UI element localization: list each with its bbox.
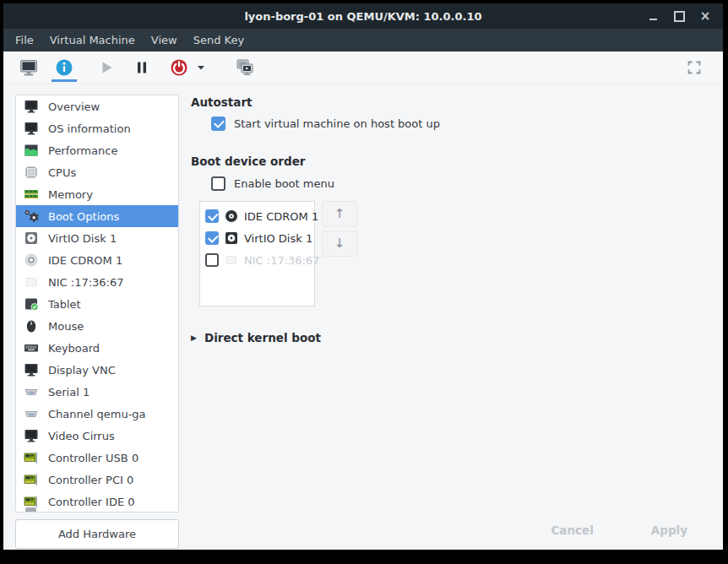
enable-boot-menu-row: Enable boot menu (211, 176, 723, 191)
minimize-icon[interactable] (647, 10, 659, 22)
disk-icon (23, 230, 40, 247)
menu-file[interactable]: File (15, 34, 34, 46)
hardware-device-list: OverviewOS informationPerformanceCPUsMem… (15, 95, 179, 512)
sidebar-item-label: Overview (48, 100, 100, 113)
nic-icon (23, 274, 40, 290)
sidebar-item-controller-pci-0[interactable]: Controller PCI 0 (16, 469, 178, 491)
sidebar-item-label: Controller PCI 0 (48, 474, 133, 486)
gear-icon (23, 208, 40, 225)
pcicard-icon (23, 449, 40, 466)
expander-arrow-icon: ▶ (191, 334, 197, 342)
sidebar-item-label: Controller USB 0 (48, 452, 139, 464)
sidebar-item-label: Video Cirrus (48, 430, 115, 442)
console-switch-button[interactable] (231, 54, 258, 81)
cancel-button[interactable]: Cancel (546, 523, 598, 538)
window-title: lyon-borg-01 on QEMU/KVM: 10.0.0.10 (244, 10, 481, 23)
sidebar-item-label: VirtIO Disk 1 (48, 232, 117, 245)
cdrom-icon (23, 252, 40, 268)
sidebar-item-cpus[interactable]: CPUs (16, 161, 178, 183)
sidebar-item-controller-ide-0[interactable]: Controller IDE 0 (16, 491, 178, 512)
sidebar-item-label: Memory (48, 188, 93, 201)
fullscreen-icon (686, 59, 703, 76)
pause-icon (132, 57, 152, 78)
hardware-sidebar: OverviewOS informationPerformanceCPUsMem… (3, 84, 179, 550)
virt-manager-window: lyon-borg-01 on QEMU/KVM: 10.0.0.10 File… (3, 3, 723, 550)
move-up-button[interactable]: ↑ (322, 201, 357, 227)
sidebar-item-channel-qemu-ga[interactable]: Channel qemu-ga (16, 403, 178, 425)
autostart-row: Start virtual machine on host boot up (211, 117, 723, 131)
monitor-toolbar-icon (19, 57, 39, 78)
sidebar-item-label: CPUs (48, 166, 76, 179)
autostart-label: Start virtual machine on host boot up (234, 117, 440, 130)
sidebar-item-label: Display VNC (48, 364, 116, 377)
direct-kernel-boot-title: Direct kernel boot (204, 331, 321, 344)
sidebar-item-nic-17-36-67[interactable]: NIC :17:36:67 (16, 271, 178, 293)
sidebar-item-label: Performance (48, 144, 117, 157)
sidebar-item-virtio-disk-1[interactable]: VirtIO Disk 1 (16, 227, 178, 249)
direct-kernel-boot-expander[interactable]: ▶ Direct kernel boot (191, 331, 723, 344)
boot-device-label: NIC :17:36:67 (244, 254, 320, 267)
serial-icon (23, 383, 40, 400)
pcicard-icon (23, 471, 40, 488)
sidebar-item-video-cirrus[interactable]: Video Cirrus (16, 425, 178, 447)
enable-boot-menu-checkbox[interactable] (211, 176, 225, 191)
window-controls (647, 3, 711, 29)
sidebar-item-ide-cdrom-1[interactable]: IDE CDROM 1 (16, 249, 178, 271)
boot-device-label: VirtIO Disk 1 (244, 232, 312, 245)
shutdown-menu-button[interactable] (193, 54, 209, 81)
nic-pale-icon (224, 252, 239, 268)
monitor-icon (23, 361, 40, 378)
close-icon[interactable] (699, 10, 711, 22)
console-button[interactable] (15, 54, 42, 81)
clipped-item-icon (25, 507, 36, 512)
monitor-icon (23, 120, 40, 137)
boot-device-row[interactable]: VirtIO Disk 1 (200, 227, 314, 249)
sidebar-item-label: Serial 1 (48, 386, 90, 399)
performance-icon (23, 142, 40, 159)
menu-view[interactable]: View (151, 34, 177, 46)
sidebar-item-mouse[interactable]: Mouse (16, 315, 178, 337)
monitor-icon (23, 98, 40, 115)
run-button[interactable] (93, 54, 120, 81)
disk-dark-icon (224, 230, 239, 246)
boot-options-panel: Autostart Start virtual machine on host … (179, 84, 723, 550)
info-icon (54, 57, 74, 78)
menu-send-key[interactable]: Send Key (193, 34, 244, 46)
autostart-title: Autostart (191, 95, 723, 109)
tablet-icon (23, 296, 40, 312)
sidebar-item-label: OS information (48, 122, 131, 135)
apply-button[interactable]: Apply (646, 523, 693, 538)
sidebar-item-boot-options[interactable]: Boot Options (16, 205, 178, 227)
boot-device-checkbox[interactable] (205, 253, 219, 267)
add-hardware-button[interactable]: Add Hardware (15, 519, 179, 549)
sidebar-item-overview[interactable]: Overview (16, 95, 178, 117)
sidebar-item-memory[interactable]: Memory (16, 183, 178, 205)
sidebar-item-tablet[interactable]: Tablet (16, 293, 178, 315)
boot-device-row[interactable]: IDE CDROM 1 (200, 205, 314, 227)
memory-icon (23, 186, 40, 203)
pause-button[interactable] (128, 54, 155, 81)
fullscreen-button[interactable] (681, 54, 708, 81)
boot-device-checkbox[interactable] (205, 231, 219, 245)
menu-virtual-machine[interactable]: Virtual Machine (50, 34, 135, 46)
boot-device-checkbox[interactable] (205, 209, 219, 223)
sidebar-item-display-vnc[interactable]: Display VNC (16, 359, 178, 381)
sidebar-item-controller-usb-0[interactable]: Controller USB 0 (16, 447, 178, 469)
sidebar-item-os-information[interactable]: OS information (16, 117, 178, 139)
move-down-button[interactable]: ↓ (322, 230, 357, 257)
shutdown-button[interactable] (166, 54, 193, 81)
sidebar-item-serial-1[interactable]: Serial 1 (16, 381, 178, 403)
boot-device-row[interactable]: NIC :17:36:67 (200, 249, 314, 271)
sidebar-item-label: Controller IDE 0 (48, 496, 135, 508)
autostart-checkbox[interactable] (211, 117, 225, 131)
sidebar-item-performance[interactable]: Performance (16, 139, 178, 161)
enable-boot-menu-label: Enable boot menu (234, 177, 334, 190)
boot-move-buttons: ↑ ↓ (322, 201, 357, 257)
monitor-icon (23, 427, 40, 444)
maximize-icon[interactable] (673, 10, 685, 22)
details-button[interactable] (51, 54, 78, 81)
sidebar-item-label: Mouse (48, 320, 84, 333)
sidebar-item-keyboard[interactable]: Keyboard (16, 337, 178, 359)
sidebar-item-label: IDE CDROM 1 (48, 254, 122, 267)
boot-device-label: IDE CDROM 1 (244, 210, 318, 223)
